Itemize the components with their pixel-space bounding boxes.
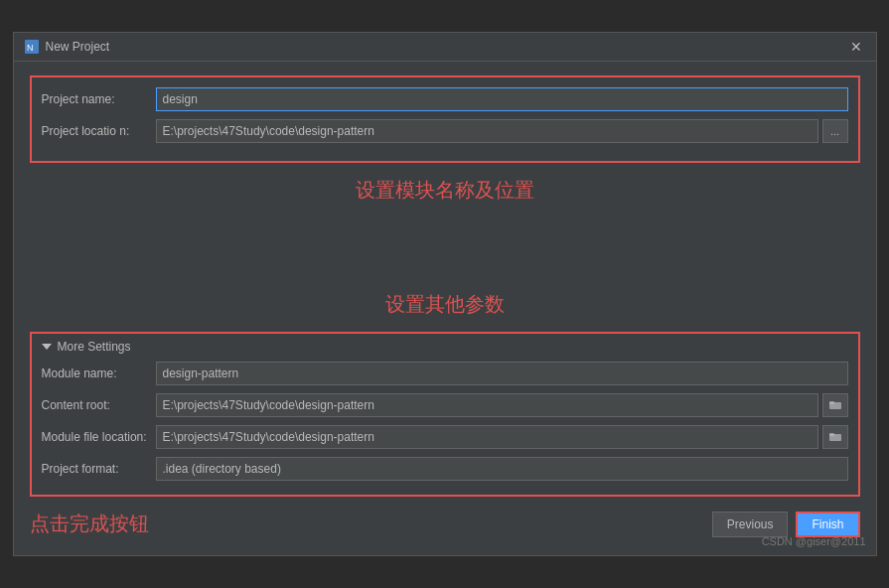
svg-rect-3	[829, 401, 834, 404]
more-settings-title: More Settings	[58, 340, 131, 354]
annotation-bottom: 点击完成按钮	[30, 511, 149, 537]
content-root-input-wrap	[156, 393, 848, 417]
project-location-row: Project locatio n: ...	[42, 119, 848, 143]
footer-buttons: Previous Finish	[712, 512, 860, 537]
title-bar-left: N New Project	[24, 39, 110, 55]
dialog-icon: N	[24, 39, 40, 55]
module-file-row: Module file location:	[42, 425, 848, 449]
annotation-middle: 设置其他参数	[30, 291, 860, 318]
project-location-label: Project locatio n:	[42, 124, 156, 138]
finish-button[interactable]: Finish	[796, 512, 859, 537]
svg-text:N: N	[27, 43, 34, 53]
project-location-input[interactable]	[156, 119, 818, 143]
content-root-row: Content root:	[42, 393, 848, 417]
dialog-title: New Project	[46, 40, 110, 54]
close-button[interactable]: ✕	[846, 39, 866, 55]
module-file-input-wrap	[156, 425, 848, 449]
content-root-label: Content root:	[42, 398, 156, 412]
module-name-row: Module name:	[42, 362, 848, 385]
module-name-input-wrap	[156, 362, 848, 385]
more-settings-header[interactable]: More Settings	[42, 340, 848, 354]
top-section-box: Project name: Project locatio n: ...	[30, 75, 860, 163]
module-file-browse-button[interactable]	[822, 425, 848, 449]
folder-icon	[829, 399, 841, 409]
new-project-dialog: N New Project ✕ Project name: Project lo…	[13, 32, 877, 556]
project-format-select[interactable]: .idea (directory based)	[156, 457, 848, 481]
module-file-label: Module file location:	[42, 430, 156, 444]
module-file-input[interactable]	[156, 425, 818, 449]
title-bar: N New Project ✕	[14, 33, 876, 62]
dialog-body: Project name: Project locatio n: ... 设置模…	[14, 62, 876, 555]
svg-rect-5	[829, 433, 834, 436]
annotation-top: 设置模块名称及位置	[30, 177, 860, 204]
project-name-input[interactable]	[156, 87, 848, 111]
watermark: CSDN @giser@2011	[762, 535, 866, 547]
previous-button[interactable]: Previous	[712, 512, 789, 537]
project-format-label: Project format:	[42, 462, 156, 476]
project-location-browse-button[interactable]: ...	[822, 119, 848, 143]
folder-icon-2	[829, 431, 841, 441]
project-format-select-wrap: .idea (directory based)	[156, 457, 848, 481]
project-location-input-wrap: ...	[156, 119, 848, 143]
module-name-input[interactable]	[156, 362, 848, 385]
module-name-label: Module name:	[42, 367, 156, 380]
expand-icon	[42, 344, 52, 350]
project-name-row: Project name:	[42, 87, 848, 111]
project-format-row: Project format: .idea (directory based)	[42, 457, 848, 481]
more-settings-box: More Settings Module name: Content root:	[30, 332, 860, 497]
project-name-input-wrap	[156, 87, 848, 111]
spacer	[30, 218, 860, 277]
content-root-browse-button[interactable]	[822, 393, 848, 417]
content-root-input[interactable]	[156, 393, 818, 417]
footer-row: 点击完成按钮 Previous Finish	[30, 507, 860, 541]
project-name-label: Project name:	[42, 92, 156, 106]
